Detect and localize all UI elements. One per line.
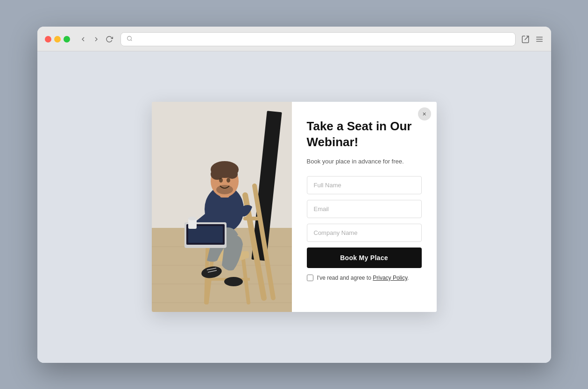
svg-point-31 bbox=[224, 277, 243, 286]
close-button[interactable]: × bbox=[418, 107, 431, 120]
privacy-checkbox[interactable] bbox=[307, 275, 313, 281]
svg-point-28 bbox=[219, 178, 223, 183]
modal-form-panel: × Take a Seat in Our Webinar! Book your … bbox=[292, 102, 437, 312]
svg-point-25 bbox=[211, 169, 224, 180]
nav-buttons bbox=[78, 35, 115, 44]
url-input[interactable] bbox=[136, 35, 510, 42]
person-illustration bbox=[152, 102, 292, 312]
email-input[interactable] bbox=[307, 200, 422, 218]
search-icon bbox=[127, 35, 133, 43]
forward-button[interactable] bbox=[91, 35, 102, 44]
svg-point-27 bbox=[216, 185, 233, 194]
scene-svg bbox=[152, 102, 292, 312]
page-content: × Take a Seat in Our Webinar! Book your … bbox=[37, 51, 551, 363]
privacy-label: I've read and agree to Privacy Policy. bbox=[317, 275, 409, 281]
privacy-policy-link[interactable]: Privacy Policy bbox=[373, 275, 407, 281]
browser-window: × Take a Seat in Our Webinar! Book your … bbox=[37, 27, 551, 363]
address-bar[interactable] bbox=[120, 32, 516, 46]
back-button[interactable] bbox=[78, 35, 89, 44]
svg-point-0 bbox=[127, 36, 131, 40]
full-name-input[interactable] bbox=[307, 176, 422, 194]
traffic-lights bbox=[45, 36, 70, 42]
privacy-row: I've read and agree to Privacy Policy. bbox=[307, 275, 422, 281]
browser-chrome bbox=[37, 27, 551, 51]
maximize-traffic-light[interactable] bbox=[64, 36, 70, 42]
menu-button[interactable] bbox=[535, 35, 544, 43]
svg-line-1 bbox=[131, 40, 132, 41]
share-button[interactable] bbox=[521, 35, 530, 43]
svg-point-26 bbox=[227, 170, 238, 179]
svg-point-38 bbox=[188, 217, 197, 220]
modal-dialog: × Take a Seat in Our Webinar! Book your … bbox=[152, 102, 437, 312]
refresh-button[interactable] bbox=[104, 35, 115, 44]
close-traffic-light[interactable] bbox=[45, 36, 51, 42]
modal-subtitle: Book your place in advance for free. bbox=[307, 157, 422, 166]
browser-content: × Take a Seat in Our Webinar! Book your … bbox=[37, 51, 551, 363]
modal-image-panel bbox=[152, 102, 292, 312]
submit-button[interactable]: Book My Place bbox=[307, 248, 422, 268]
modal-title: Take a Seat in Our Webinar! bbox=[307, 119, 422, 150]
svg-point-29 bbox=[227, 178, 230, 183]
minimize-traffic-light[interactable] bbox=[54, 36, 61, 42]
browser-actions bbox=[521, 35, 544, 43]
company-name-input[interactable] bbox=[307, 224, 422, 242]
